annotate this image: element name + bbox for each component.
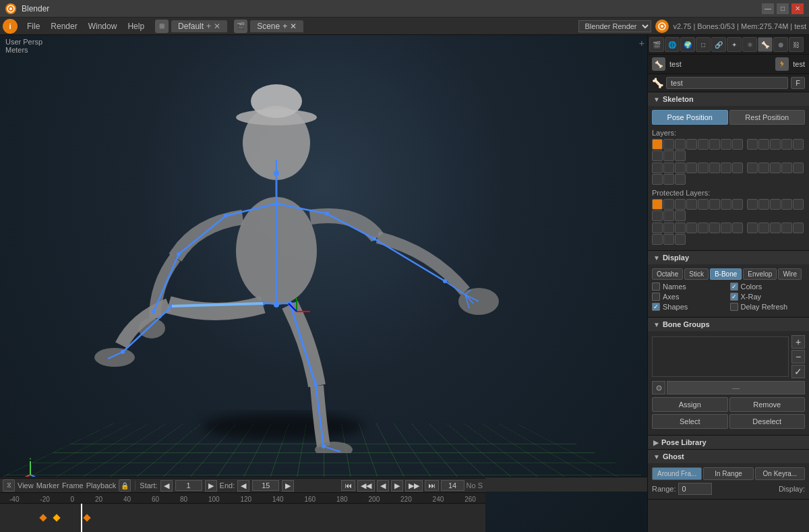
close-button[interactable]: ✕: [791, 3, 804, 14]
pose-library-section-header[interactable]: ▶ Pose Library: [648, 436, 809, 449]
protected-layer-dot-24[interactable]: [732, 223, 743, 233]
timeline-view-label[interactable]: View: [18, 481, 34, 490]
protected-layer-dot-4[interactable]: [686, 199, 697, 210]
layer-dot-4[interactable]: [686, 139, 697, 150]
protected-layer-dot-5[interactable]: [698, 199, 709, 210]
layer-dot-14[interactable]: [652, 150, 663, 161]
ghost-section-header[interactable]: ▼ Ghost: [648, 450, 809, 463]
scene-tab[interactable]: Scene + ✕: [250, 20, 303, 32]
layer-dot-22[interactable]: [709, 162, 720, 173]
protected-layer-dot-29[interactable]: [793, 223, 804, 233]
minimize-button[interactable]: —: [762, 3, 774, 14]
shapes-checkbox[interactable]: [652, 303, 660, 311]
timeline-prev-frame[interactable]: ◀◀: [357, 480, 375, 492]
layer-dot-3[interactable]: [675, 139, 686, 150]
bone-group-move-icon[interactable]: ⊙: [652, 381, 665, 394]
colors-checkbox[interactable]: [730, 283, 738, 291]
layer-dot-31[interactable]: [663, 174, 674, 185]
panel-tab-scene[interactable]: 🌐: [665, 37, 680, 52]
display-bbone-button[interactable]: B-Bone: [710, 268, 742, 280]
remove-button[interactable]: Remove: [729, 397, 806, 412]
layer-dot-20[interactable]: [686, 162, 697, 173]
display-stick-button[interactable]: Stick: [684, 268, 709, 280]
layer-dot-19[interactable]: [675, 162, 686, 173]
protected-layer-dot-12[interactable]: [781, 199, 792, 210]
layer-dot-16[interactable]: [675, 150, 686, 161]
layer-dot-17[interactable]: [652, 162, 663, 173]
timeline-prev-keyframe[interactable]: ◀: [377, 480, 389, 492]
timeline-start-input[interactable]: [175, 480, 202, 491]
assign-button[interactable]: Assign: [652, 397, 728, 412]
layer-dot-29[interactable]: [793, 162, 804, 173]
timeline-frame-label[interactable]: Frame: [62, 481, 84, 490]
render-engine-select[interactable]: Blender Render: [578, 20, 651, 32]
timeline-end-input[interactable]: [252, 480, 279, 491]
timeline-end-next[interactable]: ▶: [282, 480, 294, 492]
deselect-button[interactable]: Deselect: [729, 414, 806, 429]
protected-layer-dot-32[interactable]: [675, 234, 686, 245]
timeline-content[interactable]: [0, 504, 485, 532]
protected-layer-dot-15[interactable]: [663, 210, 674, 221]
layer-dot-27[interactable]: [770, 162, 781, 173]
protected-layer-dot-11[interactable]: [770, 199, 781, 210]
protected-layer-dot-16[interactable]: [675, 210, 686, 221]
layer-dot-21[interactable]: [698, 162, 709, 173]
protected-layer-dot-30[interactable]: [652, 234, 663, 245]
corner-plus-button[interactable]: +: [639, 38, 645, 49]
layer-dot-30[interactable]: [652, 174, 663, 185]
layer-dot-8[interactable]: [732, 139, 743, 150]
protected-layer-dot-17[interactable]: [652, 223, 663, 233]
protected-layer-dot-25[interactable]: [747, 223, 758, 233]
layer-dot-25[interactable]: [747, 162, 758, 173]
ghost-around-frames-button[interactable]: Around Fra...: [652, 467, 702, 480]
layer-dot-9[interactable]: [747, 139, 758, 150]
timeline-start-next[interactable]: ▶: [205, 480, 217, 492]
armature-name-input[interactable]: [666, 77, 788, 89]
protected-layer-dot-7[interactable]: [721, 199, 731, 210]
skeleton-section-header[interactable]: ▼ Skeleton: [648, 92, 809, 106]
panel-tab-physics[interactable]: ⚛: [742, 37, 757, 52]
menu-help[interactable]: Help: [122, 20, 150, 32]
layer-dot-10[interactable]: [758, 139, 769, 150]
protected-layer-dot-20[interactable]: [686, 223, 697, 233]
protected-layer-dot-31[interactable]: [663, 234, 674, 245]
ghost-on-keyframe-button[interactable]: On Keyra...: [755, 467, 805, 480]
select-button[interactable]: Select: [652, 414, 728, 429]
layer-dot-18[interactable]: [663, 162, 674, 173]
protected-layer-dot-3[interactable]: [675, 199, 686, 210]
bone-groups-section-header[interactable]: ▼ Bone Groups: [648, 318, 809, 331]
layer-dot-23[interactable]: [721, 162, 731, 173]
layer-dot-26[interactable]: [758, 162, 769, 173]
timeline-play[interactable]: ▶: [391, 480, 403, 492]
layer-dot-15[interactable]: [663, 150, 674, 161]
protected-layer-dot-6[interactable]: [709, 199, 720, 210]
protected-layer-dot-2[interactable]: [663, 199, 674, 210]
panel-tab-particles[interactable]: ✦: [727, 37, 742, 52]
timeline-jump-end[interactable]: ⏭: [425, 480, 439, 491]
layer-dot-7[interactable]: [721, 139, 731, 150]
scene-add-icon[interactable]: +: [282, 22, 287, 31]
names-checkbox[interactable]: [652, 283, 660, 291]
ghost-range-input[interactable]: [678, 483, 712, 495]
protected-layer-dot-22[interactable]: [709, 223, 720, 233]
panel-tab-render[interactable]: 🎬: [649, 37, 664, 52]
protected-layer-dot-1[interactable]: [652, 199, 663, 210]
bone-group-remove-button[interactable]: −: [791, 350, 805, 363]
timeline-editor-icon[interactable]: ⧖: [3, 479, 15, 492]
timeline-lock-icon[interactable]: 🔒: [119, 479, 131, 492]
workspace-close-icon[interactable]: ✕: [214, 22, 220, 31]
workspace-add-icon[interactable]: +: [206, 22, 211, 31]
workspace-tab[interactable]: Default + ✕: [171, 20, 227, 32]
layer-dot-28[interactable]: [781, 162, 792, 173]
protected-layer-dot-21[interactable]: [698, 223, 709, 233]
timeline-current-frame[interactable]: [441, 480, 465, 491]
display-envelop-button[interactable]: Envelop: [743, 268, 777, 280]
menu-render[interactable]: Render: [45, 20, 82, 32]
layer-dot-5[interactable]: [698, 139, 709, 150]
protected-layer-dot-8[interactable]: [732, 199, 743, 210]
layer-dot-24[interactable]: [732, 162, 743, 173]
panel-tab-world[interactable]: 🌍: [680, 37, 695, 52]
panel-tab-bones[interactable]: ⊕: [773, 37, 788, 52]
pose-position-button[interactable]: Pose Position: [652, 110, 728, 125]
display-octahe-button[interactable]: Octahe: [652, 268, 683, 280]
